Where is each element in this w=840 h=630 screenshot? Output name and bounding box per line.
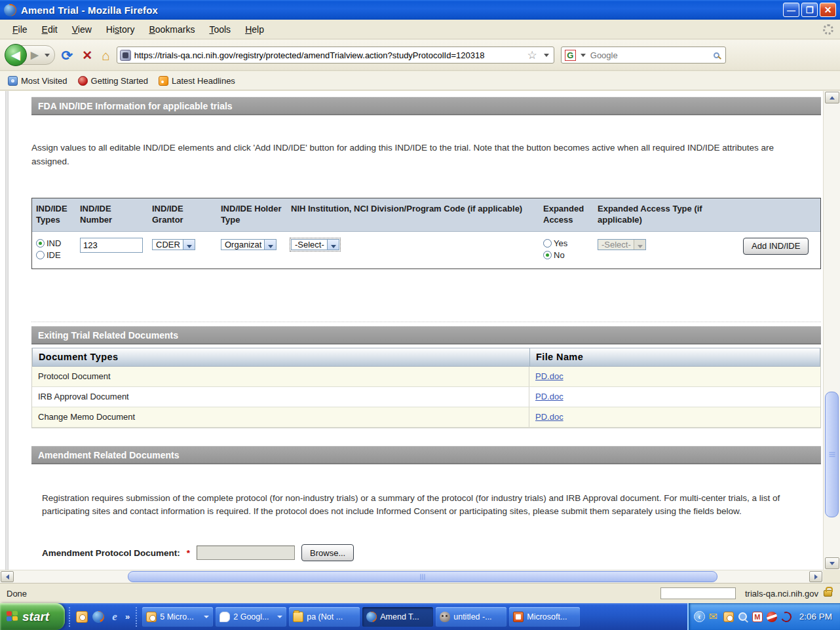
history-dropdown-icon[interactable] — [45, 54, 50, 57]
search-tray-icon[interactable] — [738, 612, 748, 622]
radio-yes-icon[interactable] — [543, 239, 552, 248]
address-bar[interactable]: https://trials-qa.nci.nih.gov/registry/p… — [117, 46, 554, 64]
outlook-tray-icon[interactable] — [723, 612, 734, 622]
new-mail-icon[interactable]: ✉ — [709, 612, 719, 622]
taskbar-button-outlook-group[interactable]: 5 Micro... — [142, 607, 213, 627]
tray-collapse-icon[interactable]: ‹ — [694, 611, 705, 622]
ind-ide-table-header: IND/IDE Types IND/IDE Number IND/IDE Gra… — [32, 198, 820, 232]
horizontal-scroll-thumb[interactable] — [128, 571, 717, 582]
col-expanded-access-type: Expanded Access Type (if applicable) — [594, 198, 739, 231]
vertical-scroll-thumb[interactable] — [825, 392, 839, 517]
quick-launch-overflow-icon[interactable]: » — [125, 612, 130, 621]
menu-history[interactable]: History — [99, 22, 142, 37]
document-type-cell: IRB Approval Document — [32, 392, 529, 401]
bookmark-star-icon[interactable]: ☆ — [526, 48, 539, 62]
menu-bookmarks[interactable]: Bookmarks — [142, 22, 202, 37]
engine-dropdown-icon[interactable] — [581, 54, 586, 57]
holder-type-select[interactable]: Organizat — [221, 239, 277, 250]
gmail-notifier-icon[interactable]: M — [752, 612, 763, 622]
quick-launch-bar: e » — [69, 607, 137, 627]
powerpoint-icon — [513, 612, 524, 622]
group-dropdown-icon[interactable] — [277, 616, 282, 618]
back-button[interactable]: ◀ — [5, 44, 27, 66]
reload-button[interactable]: ⟳ — [59, 48, 76, 62]
file-upload-input[interactable] — [197, 546, 295, 560]
taskbar-button-folder[interactable]: pa (Not ... — [289, 607, 360, 627]
firefox-icon[interactable] — [92, 611, 104, 623]
windows-logo-icon — [7, 610, 18, 622]
nih-institution-select[interactable]: -Select- — [291, 239, 339, 250]
add-ind-ide-button[interactable]: Add IND/IDE — [743, 238, 809, 255]
outlook-icon — [146, 612, 157, 622]
scroll-down-button[interactable] — [825, 557, 839, 569]
ind-ide-number-input[interactable] — [80, 238, 143, 253]
section-header-amendment-documents: Amendment Related Documents — [31, 446, 821, 464]
system-tray: ‹ ✉ M 2:06 PM — [687, 603, 840, 630]
file-link[interactable]: PD.doc — [535, 412, 563, 422]
bookmark-most-visited[interactable]: Most Visited — [4, 74, 71, 88]
radio-expanded-yes[interactable]: Yes — [543, 238, 590, 250]
taskbar-button-firefox-active[interactable]: Amend T... — [362, 607, 433, 627]
bookmark-getting-started[interactable]: Getting Started — [74, 74, 152, 88]
file-link[interactable]: PD.doc — [535, 392, 563, 401]
stop-button[interactable]: ✕ — [79, 49, 95, 62]
taskbar-button-powerpoint[interactable]: Microsoft... — [509, 607, 580, 627]
messenger-tray-icon[interactable] — [779, 610, 793, 623]
chevron-down-icon[interactable] — [327, 240, 339, 250]
ind-ide-intro-text: Assign values to all editable IND/IDE el… — [31, 141, 812, 169]
scroll-left-button[interactable] — [1, 571, 14, 582]
scroll-right-button[interactable] — [809, 571, 822, 582]
home-button[interactable]: ⌂ — [99, 48, 113, 62]
menu-help[interactable]: Help — [238, 22, 271, 37]
horizontal-scrollbar[interactable] — [0, 570, 823, 583]
radio-ide[interactable]: IDE — [36, 250, 72, 261]
address-dropdown-icon[interactable] — [544, 54, 549, 57]
col-expanded-access: Expanded Access — [539, 198, 594, 231]
scrollbar-corner — [823, 570, 840, 583]
col-ind-ide-grantor: IND/IDE Grantor — [148, 198, 217, 231]
close-button[interactable]: ✕ — [820, 3, 836, 17]
search-box[interactable]: G — [561, 46, 726, 64]
taskbar-button-gimp[interactable]: untitled -... — [436, 607, 506, 627]
file-link[interactable]: PD.doc — [535, 371, 563, 381]
radio-no-icon[interactable] — [543, 251, 552, 259]
chevron-down-icon — [634, 240, 645, 250]
forward-button[interactable]: ▶ — [27, 49, 43, 61]
radio-expanded-no[interactable]: No — [543, 250, 590, 261]
taskbar-clock[interactable]: 2:06 PM — [799, 612, 832, 621]
search-input[interactable] — [590, 50, 711, 60]
start-button[interactable]: start — [0, 603, 65, 630]
chevron-down-icon[interactable] — [183, 240, 195, 250]
site-favicon-icon — [120, 50, 131, 61]
radio-ide-icon[interactable] — [36, 251, 45, 259]
upload-field-label: Amendment Protocol Document: — [42, 548, 180, 558]
outlook-icon[interactable] — [76, 611, 88, 623]
chevron-down-icon[interactable] — [264, 240, 276, 250]
scroll-up-button[interactable] — [825, 92, 839, 103]
antivirus-icon[interactable] — [767, 612, 777, 622]
restore-button[interactable]: ❐ — [801, 3, 818, 17]
vertical-scrollbar[interactable] — [823, 91, 840, 570]
col-file-name: File Name — [529, 348, 820, 366]
menu-tools[interactable]: Tools — [202, 22, 238, 37]
expanded-access-type-select: -Select- — [598, 239, 646, 250]
menu-edit[interactable]: Edit — [35, 22, 65, 37]
folder-icon — [293, 612, 303, 622]
radio-ind-icon[interactable] — [36, 239, 45, 248]
browse-button[interactable]: Browse... — [301, 544, 354, 561]
google-engine-icon[interactable]: G — [565, 50, 576, 61]
internet-explorer-icon[interactable]: e — [109, 611, 121, 623]
bookmark-latest-headlines[interactable]: Latest Headlines — [155, 74, 239, 88]
security-lock-icon[interactable] — [824, 590, 832, 597]
group-dropdown-icon[interactable] — [204, 616, 209, 618]
minimize-button[interactable]: — — [783, 3, 799, 17]
menu-file[interactable]: File — [5, 22, 35, 37]
search-icon[interactable] — [714, 52, 719, 58]
grantor-select[interactable]: CDER — [152, 239, 195, 250]
col-ind-ide-number: IND/IDE Number — [76, 198, 148, 231]
taskbar-button-google-group[interactable]: 2 Googl... — [216, 607, 286, 627]
window-titlebar[interactable]: Amend Trial - Mozilla Firefox — ❐ ✕ — [0, 0, 840, 20]
url-text[interactable]: https://trials-qa.nci.nih.gov/registry/p… — [134, 50, 523, 60]
radio-ind[interactable]: IND — [36, 238, 72, 250]
menu-view[interactable]: View — [65, 22, 99, 37]
